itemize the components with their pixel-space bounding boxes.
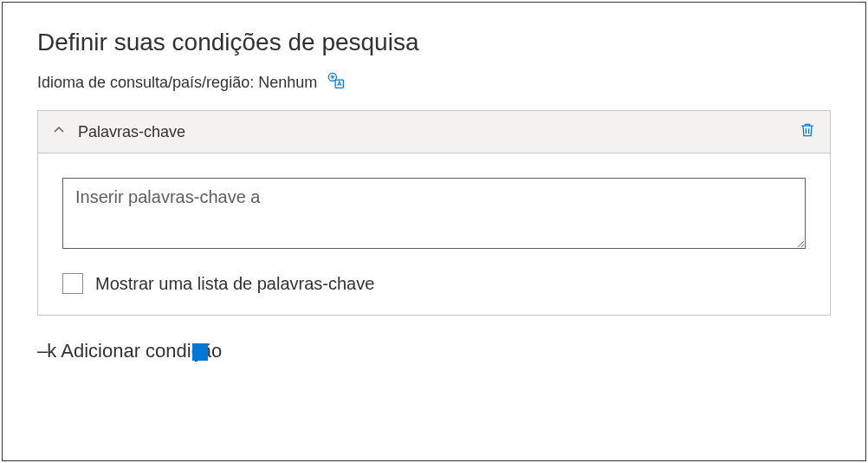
- add-condition-button[interactable]: –k Adicionar condição: [37, 340, 831, 362]
- translate-icon[interactable]: [327, 72, 345, 93]
- show-keyword-list-label: Mostrar uma lista de palavras-chave: [95, 274, 374, 294]
- add-condition-prefix: –k: [37, 340, 55, 362]
- cursor-marker-icon: [192, 343, 208, 361]
- show-keyword-list-checkbox[interactable]: [62, 273, 83, 294]
- keywords-section: Palavras-chave Mostrar uma lista de pala…: [37, 110, 831, 316]
- show-keyword-list-row: Mostrar uma lista de palavras-chave: [62, 273, 806, 294]
- add-condition-label: Adicionar condição: [61, 340, 222, 362]
- page-title: Definir suas condições de pesquisa: [37, 29, 831, 56]
- language-region-row: Idioma de consulta/país/região: Nenhum: [37, 72, 831, 93]
- chevron-up-icon: [52, 123, 66, 140]
- keywords-body: Mostrar uma lista de palavras-chave: [38, 153, 830, 315]
- keywords-title: Palavras-chave: [78, 123, 787, 141]
- delete-icon[interactable]: [799, 121, 816, 142]
- keywords-header[interactable]: Palavras-chave: [38, 111, 830, 153]
- language-region-label: Idioma de consulta/país/região: Nenhum: [37, 74, 317, 92]
- keywords-input[interactable]: [62, 178, 806, 249]
